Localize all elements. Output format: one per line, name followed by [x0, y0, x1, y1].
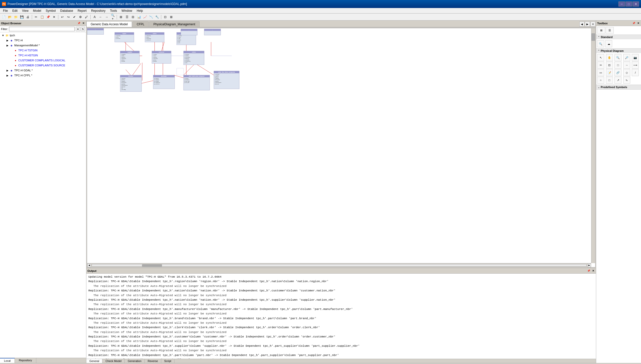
diagram-canvas[interactable]: region r_regionkey r_name r_comment nati…: [87, 28, 595, 267]
tb-undo[interactable]: ↩: [60, 14, 65, 20]
tb-arrow-r[interactable]: →: [104, 14, 109, 20]
table-nation[interactable]: nation n_nationkey n_name n_regionkey n_…: [145, 33, 164, 42]
tb-zoom-in[interactable]: 🔍+: [110, 14, 115, 20]
sidebar-close-btn[interactable]: ✕: [82, 22, 85, 25]
tb-delete[interactable]: ✕: [51, 14, 57, 20]
tree-item-cc-source[interactable]: ● CUSTOMER COMPLAINTS SOURCE: [1, 63, 86, 68]
tb-cut[interactable]: ✂: [33, 14, 39, 20]
toolbox-circle-tool[interactable]: ○: [597, 77, 604, 84]
table-prt[interactable]: part_retail_price_temporal p_partkey p_r…: [184, 75, 210, 90]
table-order-line[interactable]: order_line_items_composite o_orderkey o_…: [214, 71, 239, 89]
toolbox-line-tool[interactable]: /: [632, 69, 639, 76]
toolbox-grid-view[interactable]: ⊞: [597, 27, 605, 34]
toolbox-diamond-tool[interactable]: ◇: [623, 69, 630, 76]
h-scroll-right-btn[interactable]: ▶: [587, 264, 591, 267]
expander-gdal[interactable]: ▶: [6, 68, 10, 72]
tb-list[interactable]: ☰: [124, 14, 130, 20]
tb-copy[interactable]: 📋: [39, 14, 45, 20]
tb-gen[interactable]: ⚙: [78, 14, 83, 20]
tb-check[interactable]: ✔: [72, 14, 77, 20]
sidebar-tab-repository[interactable]: Repository: [15, 358, 36, 363]
expander-hstgin[interactable]: [10, 53, 14, 57]
expander-tpch[interactable]: ▼: [1, 33, 5, 37]
h-scroll-thumb[interactable]: [142, 264, 162, 267]
table-orders[interactable]: orders o_orderkey o_custkey o_orderstatu…: [184, 51, 204, 65]
output-pin-btn[interactable]: 📌: [586, 269, 591, 272]
window-controls[interactable]: ─ □ ✕: [618, 2, 639, 7]
expander-cc-logical[interactable]: [10, 58, 14, 62]
tab-physical[interactable]: PhysicalDiagram_Management: [149, 21, 200, 27]
tb-grid[interactable]: ⊞: [118, 14, 124, 20]
toolbox-wave-tool[interactable]: ∿: [623, 77, 630, 84]
output-tab-script[interactable]: Script: [161, 359, 175, 363]
toolbox-pin-btn[interactable]: 📌: [631, 22, 636, 25]
sidebar-tab-local[interactable]: Local: [0, 358, 15, 363]
output-tab-general[interactable]: General: [86, 359, 102, 363]
menu-report[interactable]: Report: [76, 9, 89, 13]
table-top-right[interactable]: ...: [87, 28, 104, 35]
toolbox-zoom-item[interactable]: 🔍: [597, 40, 604, 47]
toolbox-link-tool[interactable]: 🔗: [614, 69, 621, 76]
filter-clear-btn[interactable]: ✕: [76, 27, 80, 31]
tb-paint[interactable]: 🖊: [84, 14, 89, 20]
tb-redo[interactable]: ↪: [66, 14, 71, 20]
toolbox-hand-tool[interactable]: ✋: [606, 54, 613, 61]
maximize-button[interactable]: □: [625, 2, 632, 7]
tree-item-tpch-h[interactable]: ▶ ◆ TPC-H: [1, 38, 86, 43]
toolbox-note-tool[interactable]: 📝: [606, 69, 613, 76]
tree-item-cc-logical[interactable]: ● CUSTOMER COMPLAINTS LOGICAL: [1, 58, 86, 63]
v-scroll-thumb[interactable]: [591, 33, 595, 41]
table-top-mid[interactable]: ...: [204, 29, 221, 35]
tb-paste[interactable]: 📌: [45, 14, 51, 20]
sidebar-pin-btn[interactable]: 📌: [77, 22, 81, 25]
toolbox-corner-tool[interactable]: ↗: [614, 77, 621, 84]
menu-model[interactable]: Model: [31, 9, 43, 13]
tree-item-tpch[interactable]: ▼ 📁 tpch: [1, 33, 86, 38]
toolbox-close-btn[interactable]: ✕: [636, 22, 640, 25]
output-tab-generation[interactable]: Generation: [125, 359, 144, 363]
tb-arrow-l[interactable]: ←: [98, 14, 103, 20]
menu-tools[interactable]: Tools: [108, 9, 119, 13]
tab-scroll-left[interactable]: ◀: [579, 22, 584, 27]
h-scroll-left-btn[interactable]: ◀: [87, 264, 91, 267]
toolbox-scissors-tool[interactable]: ✂: [597, 62, 604, 69]
tb-more1[interactable]: 📈: [142, 14, 148, 20]
table-lineitem[interactable]: lineitem l_orderkey l_partkey l_suppkey …: [120, 75, 141, 92]
tb-win1[interactable]: ⊡: [163, 14, 168, 20]
tree-item-cfpl[interactable]: ▶ ◆ TPC-H CFPL *: [1, 73, 86, 78]
tree-item-gdal[interactable]: ▶ ◆ TPC-H GDAL *: [1, 68, 86, 73]
h-scrollbar[interactable]: ◀ ▶: [87, 263, 591, 267]
tab-close-all[interactable]: ✕: [590, 22, 595, 27]
expander-tpch-h[interactable]: ▶: [6, 38, 10, 42]
table-supplier[interactable]: supplier s_suppkey s_name s_address s_na…: [120, 51, 139, 64]
menu-file[interactable]: File: [1, 9, 10, 13]
output-close-btn[interactable]: ✕: [591, 269, 595, 272]
expander-mgmt[interactable]: ▶: [6, 43, 10, 47]
v-scrollbar[interactable]: [591, 28, 595, 263]
toolbox-standard-header[interactable]: ⌃ Standard: [596, 35, 641, 39]
menu-database[interactable]: Database: [58, 9, 75, 13]
menu-view[interactable]: View: [20, 9, 31, 13]
tree-item-mgmt[interactable]: ▶ ◆ ManagementModel *: [1, 43, 86, 48]
tb-table[interactable]: ⊟: [130, 14, 136, 20]
tb-open[interactable]: 📁: [13, 14, 19, 20]
filter-input[interactable]: [9, 27, 75, 31]
expander-cfpl[interactable]: ▶: [6, 73, 10, 77]
toolbox-ref-tool[interactable]: →: [623, 62, 630, 69]
tb-open-folder[interactable]: 📂: [7, 14, 13, 20]
tab-scroll-right[interactable]: ▶: [585, 22, 590, 27]
tree-item-hstgin[interactable]: ● TPC-H HSTGIN: [1, 53, 86, 58]
toolbox-arrow-tool[interactable]: ↖: [597, 54, 604, 61]
minimize-button[interactable]: ─: [618, 2, 625, 7]
tree-item-tstgin[interactable]: ● TPC-H TSTGIN: [1, 48, 86, 53]
toolbox-physical-header[interactable]: ⌃ Physical Diagram: [596, 49, 641, 53]
toolbox-zoom-out-tool[interactable]: 🔎: [623, 54, 630, 61]
toolbox-list-view[interactable]: ☰: [606, 27, 614, 34]
expander-cc-source[interactable]: [10, 63, 14, 67]
toolbox-pkg-tool[interactable]: ▭: [597, 69, 604, 76]
tab-gdal[interactable]: Generic Data Access Model: [86, 21, 132, 27]
toolbox-cloud-item[interactable]: ☁: [605, 40, 612, 47]
expander-tstgin[interactable]: [10, 48, 14, 52]
table-partsupp[interactable]: partsupp ps_partkey ps_suppkey ps_availq…: [153, 75, 175, 89]
output-content[interactable]: Updating model version for model "TPC-H …: [86, 274, 596, 359]
